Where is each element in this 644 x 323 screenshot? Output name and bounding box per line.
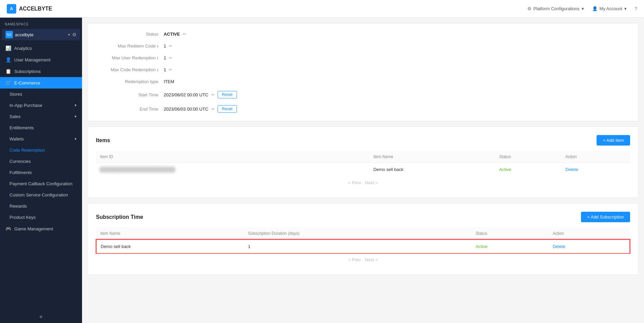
items-col-action: Action: [561, 151, 630, 163]
items-prev-button[interactable]: < Prev: [348, 180, 361, 185]
status-text: ACTIVE: [164, 32, 180, 37]
namespace-chevron-icon: ▾: [68, 33, 70, 37]
items-col-id: Item ID: [96, 151, 369, 163]
sidebar-item-label: Currencies: [9, 159, 31, 164]
status-badge: Active: [476, 244, 487, 249]
top-navigation: A ACCELBYTE ⚙ Platform Configurations ▾ …: [0, 0, 644, 18]
sidebar-collapse-button[interactable]: «: [0, 310, 82, 323]
main-layout: NAMESPACE NS accelbyte ▾ ⚙ 📊 Analytics 👤…: [0, 18, 644, 323]
sidebar-item-user-management[interactable]: 👤 User Management: [0, 54, 82, 65]
app-logo: A ACCELBYTE: [7, 4, 52, 14]
redemption-type-value: ITEM: [164, 79, 174, 84]
sidebar-item-label: Custom Service Configuration: [9, 192, 68, 197]
subscription-table-header: Item Name Subscription Duration (days) S…: [96, 228, 630, 240]
namespace-name: accelbyte: [15, 32, 66, 37]
item-id-cell: ████████████████████████: [96, 163, 369, 176]
sidebar: NAMESPACE NS accelbyte ▾ ⚙ 📊 Analytics 👤…: [0, 18, 82, 323]
start-time-label: Start Time: [96, 92, 164, 97]
sub-status-cell: Active: [471, 240, 548, 253]
sidebar-item-stores[interactable]: Stores: [0, 89, 82, 100]
start-time-row: Start Time 2023/06/02 00:00 UTC ✏ Reset: [96, 91, 630, 98]
sidebar-item-custom-service[interactable]: Custom Service Configuration: [0, 189, 82, 201]
chevron-icon: ▾: [75, 103, 77, 108]
max-redeem-edit-icon[interactable]: ✏: [169, 43, 173, 49]
table-row: ████████████████████████ Demo sell back …: [96, 163, 630, 176]
help-icon: ?: [635, 6, 637, 11]
max-redeem-value: 1 ✏: [164, 43, 173, 49]
add-item-button[interactable]: + Add Item: [597, 135, 630, 146]
subscription-table: Item Name Subscription Duration (days) S…: [96, 228, 630, 253]
status-badge: Active: [499, 167, 511, 172]
sidebar-item-label: User Management: [14, 57, 51, 62]
sidebar-item-game-management[interactable]: 🎮 Game Management: [0, 223, 82, 234]
sub-next-button[interactable]: Next >: [365, 257, 378, 262]
sidebar-item-currencies[interactable]: Currencies: [0, 156, 82, 167]
sidebar-item-label: Code Redemption: [9, 148, 45, 153]
redemption-type-label: Redemption type: [96, 79, 164, 84]
gear-icon: ⚙: [527, 6, 531, 11]
sidebar-item-entitlements[interactable]: Entitlements: [0, 122, 82, 133]
my-account-button[interactable]: 👤 My Account ▾: [592, 6, 627, 11]
chevron-icon: ▾: [75, 114, 77, 119]
max-code-redemption-row: Max Code Redemption ℹ 1 ✏: [96, 67, 630, 72]
start-time-reset-button[interactable]: Reset: [218, 91, 237, 98]
sub-delete-button[interactable]: Delete: [552, 244, 565, 249]
namespace-selector[interactable]: NS accelbyte ▾ ⚙: [2, 29, 80, 40]
app-name: ACCELBYTE: [19, 6, 52, 12]
max-code-redemption-edit-icon[interactable]: ✏: [169, 67, 173, 72]
start-time-edit-icon[interactable]: ✏: [211, 92, 215, 97]
sidebar-item-rewards[interactable]: Rewards: [0, 201, 82, 212]
sidebar-item-product-keys[interactable]: Product Keys: [0, 212, 82, 223]
items-table-header: Item ID Item Name Status Action: [96, 151, 630, 163]
end-time-reset-button[interactable]: Reset: [218, 105, 237, 113]
max-user-redemption-value: 1 ✏: [164, 55, 173, 60]
sub-col-status: Status: [471, 228, 548, 240]
platform-config-label: Platform Configurations: [534, 6, 580, 11]
sidebar-item-ecommerce[interactable]: 🛒 E-Commerce: [0, 77, 82, 89]
max-user-redemption-edit-icon[interactable]: ✏: [169, 55, 173, 60]
sidebar-item-subscriptions[interactable]: 📋 Subscriptions: [0, 65, 82, 77]
analytics-icon: 📊: [5, 45, 11, 51]
help-button[interactable]: ?: [635, 6, 637, 11]
sidebar-item-payment-callback[interactable]: Payment Callback Configuration: [0, 178, 82, 189]
details-card: Status ACTIVE ✏ Max Redeem Code ℹ 1 ✏: [87, 23, 639, 121]
ecommerce-icon: 🛒: [5, 80, 11, 86]
max-redeem-label: Max Redeem Code ℹ: [96, 43, 164, 49]
subscription-section-header: Subscription Time + Add Subscription: [96, 212, 630, 222]
subscription-card: Subscription Time + Add Subscription Ite…: [87, 203, 639, 275]
sub-name-cell: Demo sell back: [96, 240, 244, 253]
sidebar-item-in-app-purchase[interactable]: In-App Purchase ▾: [0, 100, 82, 111]
sub-prev-button[interactable]: < Prev: [348, 257, 361, 262]
info-icon: ℹ: [157, 56, 158, 60]
end-time-label: End Time: [96, 107, 164, 112]
sidebar-item-fulfillments[interactable]: Fulfillments: [0, 167, 82, 178]
items-section-title: Items: [96, 137, 110, 144]
max-user-redemption-label: Max User Redemption ℹ: [96, 55, 164, 60]
item-delete-button[interactable]: Delete: [565, 167, 578, 172]
items-next-button[interactable]: Next >: [365, 180, 378, 185]
sub-duration-cell: 1: [244, 240, 471, 253]
sidebar-item-analytics[interactable]: 📊 Analytics: [0, 42, 82, 54]
sidebar-item-sales[interactable]: Sales ▾: [0, 111, 82, 122]
items-card: Items + Add Item Item ID Item Name Statu…: [87, 127, 639, 198]
my-account-label: My Account: [600, 6, 622, 11]
sidebar-item-wallets[interactable]: Wallets ▾: [0, 133, 82, 145]
platform-config-button[interactable]: ⚙ Platform Configurations ▾: [527, 6, 584, 11]
sidebar-item-label: E-Commerce: [14, 80, 40, 86]
end-time-edit-icon[interactable]: ✏: [211, 107, 215, 112]
namespace-gear-icon[interactable]: ⚙: [72, 32, 77, 37]
sidebar-item-code-redemption[interactable]: Code Redemption: [0, 145, 82, 156]
namespace-label: NAMESPACE: [0, 18, 82, 29]
status-label: Status: [96, 32, 164, 37]
chevron-down-icon: ▾: [582, 6, 584, 11]
items-col-name: Item Name: [369, 151, 495, 163]
end-time-value: 2023/06/03 00:00 UTC ✏ Reset: [164, 105, 237, 113]
sidebar-item-label: Wallets: [9, 136, 24, 141]
status-edit-icon[interactable]: ✏: [183, 32, 186, 37]
subscription-section-title: Subscription Time: [96, 214, 143, 220]
game-management-icon: 🎮: [5, 226, 11, 231]
start-time-value: 2023/06/02 00:00 UTC ✏ Reset: [164, 91, 237, 98]
user-management-icon: 👤: [5, 57, 11, 62]
add-subscription-button[interactable]: + Add Subscription: [581, 212, 630, 222]
sidebar-item-label: In-App Purchase: [9, 103, 42, 108]
